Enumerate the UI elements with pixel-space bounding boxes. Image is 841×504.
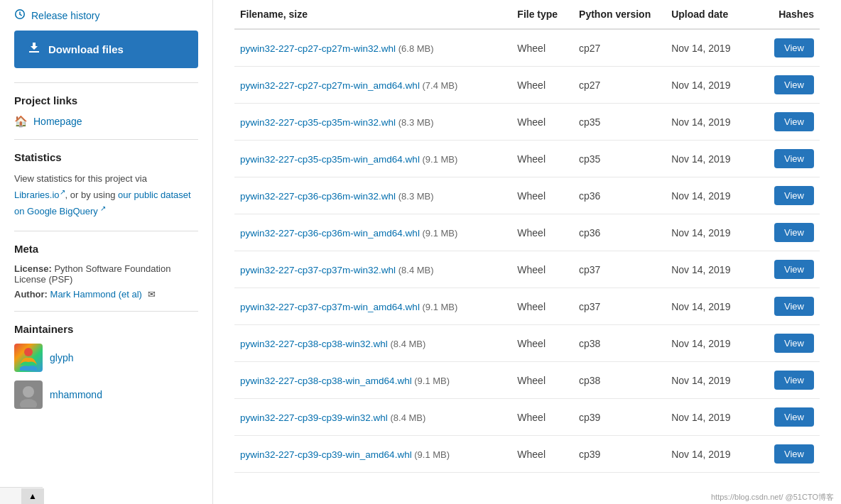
uploaddate-cell: Nov 14, 2019 bbox=[666, 362, 758, 399]
view-button[interactable]: View bbox=[774, 407, 814, 427]
filetype-cell: Wheel bbox=[511, 29, 573, 67]
hashes-cell: View bbox=[758, 436, 820, 473]
hashes-cell: View bbox=[758, 325, 820, 362]
view-button[interactable]: View bbox=[774, 260, 814, 279]
file-link[interactable]: pywin32-227-cp27-cp27m-win_amd64.whl bbox=[240, 80, 420, 91]
file-size: (6.8 MB) bbox=[396, 43, 433, 54]
file-link[interactable]: pywin32-227-cp37-cp37m-win_amd64.whl bbox=[240, 302, 420, 312]
file-cell: pywin32-227-cp27-cp27m-win_amd64.whl (7.… bbox=[234, 67, 511, 104]
table-row: pywin32-227-cp36-cp36m-win32.whl (8.3 MB… bbox=[234, 177, 820, 214]
view-button[interactable]: View bbox=[774, 444, 814, 464]
file-cell: pywin32-227-cp37-cp37m-win_amd64.whl (9.… bbox=[234, 288, 511, 325]
view-button[interactable]: View bbox=[774, 112, 814, 131]
file-size: (8.4 MB) bbox=[388, 412, 425, 423]
license-label: License: bbox=[14, 263, 52, 274]
pyversion-cell: cp37 bbox=[573, 288, 666, 325]
homepage-label: Homepage bbox=[33, 116, 82, 127]
filetype-cell: Wheel bbox=[511, 362, 573, 399]
file-link[interactable]: pywin32-227-cp39-cp39-win32.whl bbox=[240, 412, 388, 423]
glyph-avatar bbox=[14, 344, 43, 372]
filetype-cell: Wheel bbox=[511, 141, 573, 177]
uploaddate-cell: Nov 14, 2019 bbox=[666, 399, 758, 436]
file-cell: pywin32-227-cp35-cp35m-win32.whl (8.3 MB… bbox=[234, 104, 511, 141]
file-size: (8.3 MB) bbox=[396, 117, 433, 128]
table-row: pywin32-227-cp39-cp39-win_amd64.whl (9.1… bbox=[234, 436, 820, 473]
file-cell: pywin32-227-cp38-cp38-win_amd64.whl (9.1… bbox=[234, 362, 511, 399]
divider-2 bbox=[14, 139, 198, 140]
homepage-link[interactable]: 🏠 Homepage bbox=[14, 115, 198, 128]
filetype-cell: Wheel bbox=[511, 399, 573, 436]
libraries-io-link[interactable]: Libraries.io↗ bbox=[14, 190, 65, 200]
file-link[interactable]: pywin32-227-cp27-cp27m-win32.whl bbox=[240, 43, 396, 54]
hashes-cell: View bbox=[758, 399, 820, 436]
table-row: pywin32-227-cp37-cp37m-win32.whl (8.4 MB… bbox=[234, 251, 820, 288]
col-header-filetype: File type bbox=[511, 0, 573, 29]
file-link[interactable]: pywin32-227-cp38-cp38-win32.whl bbox=[240, 339, 388, 349]
pyversion-cell: cp36 bbox=[573, 214, 666, 251]
file-cell: pywin32-227-cp37-cp37m-win32.whl (8.4 MB… bbox=[234, 251, 511, 288]
file-size: (9.1 MB) bbox=[420, 302, 457, 312]
statistics-title: Statistics bbox=[14, 151, 198, 163]
license-row: License: Python Software Foundation Lice… bbox=[14, 263, 198, 285]
uploaddate-cell: Nov 14, 2019 bbox=[666, 141, 758, 177]
divider-1 bbox=[14, 82, 198, 83]
glyph-link[interactable]: glyph bbox=[50, 352, 73, 363]
download-files-button[interactable]: Download files bbox=[14, 31, 198, 68]
file-cell: pywin32-227-cp38-cp38-win32.whl (8.4 MB) bbox=[234, 325, 511, 362]
col-header-hashes: Hashes bbox=[758, 0, 820, 29]
file-link[interactable]: pywin32-227-cp36-cp36m-win32.whl bbox=[240, 191, 396, 202]
uploaddate-cell: Nov 14, 2019 bbox=[666, 251, 758, 288]
maintainer-item: glyph bbox=[14, 344, 198, 372]
filetype-cell: Wheel bbox=[511, 436, 573, 473]
view-button[interactable]: View bbox=[774, 297, 814, 316]
file-link[interactable]: pywin32-227-cp38-cp38-win_amd64.whl bbox=[240, 376, 412, 386]
hashes-cell: View bbox=[758, 104, 820, 141]
view-button[interactable]: View bbox=[774, 186, 814, 205]
view-button[interactable]: View bbox=[774, 38, 814, 57]
file-size: (8.3 MB) bbox=[396, 191, 433, 202]
hashes-cell: View bbox=[758, 251, 820, 288]
filetype-cell: Wheel bbox=[511, 177, 573, 214]
svg-point-0 bbox=[24, 348, 33, 356]
col-header-filename: Filename, size bbox=[234, 0, 511, 29]
statistics-section: Statistics View statistics for this proj… bbox=[14, 151, 198, 219]
file-link[interactable]: pywin32-227-cp36-cp36m-win_amd64.whl bbox=[240, 228, 420, 239]
view-button[interactable]: View bbox=[774, 223, 814, 242]
uploaddate-cell: Nov 14, 2019 bbox=[666, 288, 758, 325]
download-files-label: Download files bbox=[48, 43, 124, 55]
mhammond-avatar bbox=[14, 380, 43, 409]
view-button[interactable]: View bbox=[774, 149, 814, 168]
file-cell: pywin32-227-cp39-cp39-win_amd64.whl (9.1… bbox=[234, 436, 511, 473]
uploaddate-cell: Nov 14, 2019 bbox=[666, 177, 758, 214]
filetype-cell: Wheel bbox=[511, 288, 573, 325]
hashes-cell: View bbox=[758, 141, 820, 177]
maintainer-item: mhammond bbox=[14, 380, 198, 409]
release-history-link[interactable]: Release history bbox=[14, 0, 198, 31]
home-icon: 🏠 bbox=[14, 115, 28, 128]
author-link[interactable]: Mark Hammond (et al) bbox=[50, 289, 145, 300]
pyversion-cell: cp35 bbox=[573, 104, 666, 141]
file-link[interactable]: pywin32-227-cp37-cp37m-win32.whl bbox=[240, 265, 396, 275]
uploaddate-cell: Nov 14, 2019 bbox=[666, 104, 758, 141]
files-tbody: pywin32-227-cp27-cp27m-win32.whl (6.8 MB… bbox=[234, 29, 820, 473]
mhammond-link[interactable]: mhammond bbox=[50, 389, 102, 400]
sidebar: Release history Download files Project l… bbox=[0, 0, 213, 504]
uploaddate-cell: Nov 14, 2019 bbox=[666, 325, 758, 362]
view-button[interactable]: View bbox=[774, 334, 814, 353]
view-button[interactable]: View bbox=[774, 371, 814, 390]
file-link[interactable]: pywin32-227-cp35-cp35m-win32.whl bbox=[240, 117, 396, 128]
file-size: (8.4 MB) bbox=[388, 339, 425, 349]
file-link[interactable]: pywin32-227-cp39-cp39-win_amd64.whl bbox=[240, 449, 412, 460]
file-size: (9.1 MB) bbox=[412, 376, 450, 386]
hashes-cell: View bbox=[758, 288, 820, 325]
file-link[interactable]: pywin32-227-cp35-cp35m-win_amd64.whl bbox=[240, 154, 420, 165]
hashes-cell: View bbox=[758, 214, 820, 251]
pyversion-cell: cp38 bbox=[573, 362, 666, 399]
view-button[interactable]: View bbox=[774, 75, 814, 94]
table-row: pywin32-227-cp38-cp38-win_amd64.whl (9.1… bbox=[234, 362, 820, 399]
maintainers-title: Maintainers bbox=[14, 323, 198, 335]
pyversion-cell: cp27 bbox=[573, 29, 666, 67]
project-links-title: Project links bbox=[14, 94, 198, 106]
uploaddate-cell: Nov 14, 2019 bbox=[666, 214, 758, 251]
scroll-up-button[interactable]: ▲ bbox=[21, 488, 44, 504]
